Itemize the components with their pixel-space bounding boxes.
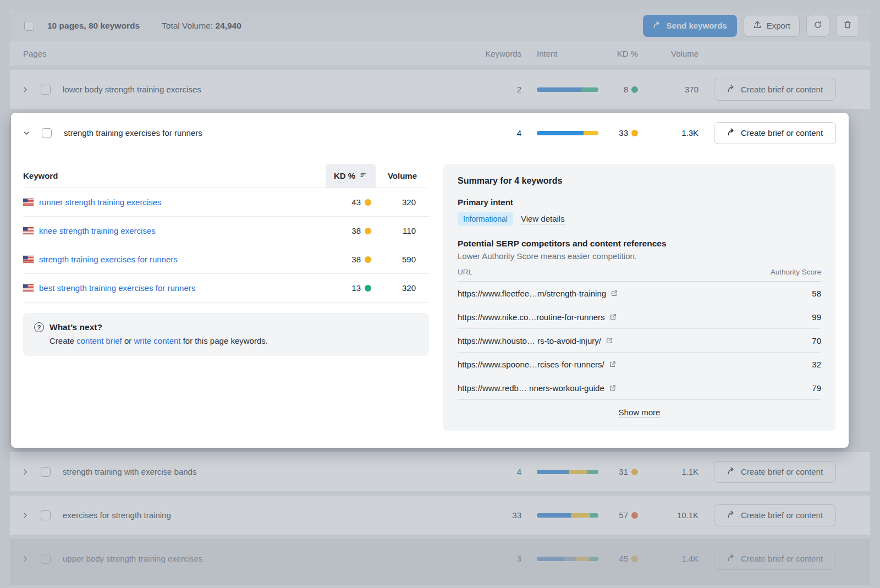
table-row: upper body strength training exercises 3… bbox=[10, 539, 870, 578]
serp-competitors-subtitle: Lower Authority Score means easier compe… bbox=[458, 251, 821, 261]
kd-value: 38 bbox=[351, 255, 361, 264]
show-more-link[interactable]: Show more bbox=[619, 408, 661, 418]
row-checkbox[interactable] bbox=[41, 510, 51, 520]
competitor-url: https://www.spoone…rcises-for-runners/ bbox=[458, 360, 604, 369]
table-row: exercises for strength training 33 57 10… bbox=[10, 496, 870, 535]
export-button[interactable]: Export bbox=[744, 15, 800, 37]
page-title: exercises for strength training bbox=[63, 510, 483, 520]
send-arrow-icon bbox=[727, 84, 736, 95]
summary-panel: Summary for 4 keywords Primary intent In… bbox=[443, 164, 835, 431]
page-row-strip: upper body strength training exercises 3… bbox=[10, 539, 870, 585]
volume-value: 1.1K bbox=[638, 467, 698, 476]
competitor-url: https://www.redb… nners-workout-guide bbox=[458, 383, 604, 393]
keyword-link[interactable]: knee strength training exercises bbox=[39, 226, 156, 235]
chevron-down-icon[interactable] bbox=[22, 129, 34, 138]
keyword-link[interactable]: best strength training exercises for run… bbox=[39, 283, 195, 293]
sort-icon bbox=[360, 171, 367, 180]
volume-value: 110 bbox=[376, 226, 429, 235]
kd-dot bbox=[631, 469, 638, 475]
authority-score: 99 bbox=[812, 312, 821, 322]
keywords-count: 2 bbox=[483, 85, 521, 94]
external-link-icon[interactable] bbox=[609, 314, 617, 321]
create-brief-button[interactable]: Create brief or content bbox=[714, 548, 836, 570]
competitor-row: https://www.fleetfee…m/strength-training… bbox=[458, 282, 821, 305]
volume-value: 370 bbox=[638, 85, 698, 94]
intent-bar bbox=[537, 513, 598, 518]
export-icon bbox=[753, 20, 762, 31]
col-kd: KD % bbox=[598, 49, 638, 58]
chevron-right-icon[interactable] bbox=[21, 554, 33, 563]
content-brief-link[interactable]: content brief bbox=[76, 336, 122, 345]
top-section: 10 pages, 80 keywords Total Volume: 24,9… bbox=[10, 10, 870, 65]
keyword-row: strength training exercises for runners … bbox=[23, 245, 429, 274]
write-content-link[interactable]: write content bbox=[134, 336, 180, 345]
external-link-icon[interactable] bbox=[606, 337, 613, 344]
table-row: lower body strength training exercises 2… bbox=[10, 70, 870, 109]
chevron-right-icon[interactable] bbox=[21, 85, 33, 94]
keywords-count: 4 bbox=[483, 128, 521, 138]
send-arrow-icon bbox=[727, 466, 736, 477]
row-checkbox[interactable] bbox=[41, 554, 51, 564]
create-brief-button[interactable]: Create brief or content bbox=[714, 504, 836, 526]
expanded-detail: Keyword KD % Volume runner strength trai… bbox=[11, 153, 849, 448]
kd-col-header-sort[interactable]: KD % bbox=[326, 164, 376, 188]
external-link-icon[interactable] bbox=[610, 290, 618, 297]
total-volume-value: 24,940 bbox=[215, 21, 241, 30]
send-keywords-button[interactable]: Send keywords bbox=[643, 15, 737, 37]
kd-dot bbox=[365, 285, 371, 292]
kd-value: 33 bbox=[619, 128, 628, 138]
kd-dot bbox=[631, 556, 638, 562]
create-brief-button[interactable]: Create brief or content bbox=[714, 79, 836, 101]
row-checkbox[interactable] bbox=[42, 128, 52, 138]
kd-value: 43 bbox=[351, 197, 361, 207]
volume-col-header: Volume bbox=[376, 164, 429, 188]
select-all-checkbox[interactable] bbox=[24, 21, 34, 31]
us-flag-icon bbox=[23, 199, 34, 206]
url-col-header: URL bbox=[458, 268, 472, 276]
keyword-row: knee strength training exercises 38 110 bbox=[23, 217, 429, 245]
keyword-link[interactable]: runner strength training exercises bbox=[39, 197, 162, 207]
create-brief-button[interactable]: Create brief or content bbox=[714, 461, 836, 483]
whats-next-text: Create content brief or write content fo… bbox=[50, 336, 418, 345]
kd-value: 45 bbox=[619, 554, 628, 563]
refresh-icon bbox=[813, 20, 822, 31]
external-link-icon[interactable] bbox=[609, 384, 616, 392]
toolbar: 10 pages, 80 keywords Total Volume: 24,9… bbox=[10, 10, 870, 41]
us-flag-icon bbox=[23, 284, 34, 292]
chevron-right-icon[interactable] bbox=[21, 511, 33, 520]
external-link-icon[interactable] bbox=[609, 361, 616, 368]
keywords-count: 3 bbox=[483, 554, 521, 563]
refresh-button[interactable] bbox=[806, 15, 829, 37]
expanded-page-card: strength training exercises for runners … bbox=[11, 113, 849, 448]
competitor-url: https://www.fleetfee…m/strength-training bbox=[458, 289, 606, 298]
kd-dot bbox=[631, 86, 638, 93]
intent-badge: Informational bbox=[458, 212, 513, 226]
page-title: upper body strength training exercises bbox=[63, 554, 483, 563]
col-pages: Pages bbox=[23, 49, 483, 58]
us-flag-icon bbox=[23, 256, 34, 263]
keywords-count: 33 bbox=[483, 510, 521, 520]
row-checkbox[interactable] bbox=[41, 467, 51, 477]
kd-value: 57 bbox=[619, 510, 628, 520]
volume-value: 590 bbox=[376, 255, 429, 264]
competitor-row: https://www.housto… rs-to-avoid-injury/ … bbox=[458, 329, 821, 353]
competitor-row: https://www.nike.co…routine-for-runners … bbox=[458, 305, 821, 329]
chevron-right-icon[interactable] bbox=[21, 468, 33, 476]
page-title: strength training with exercise bands bbox=[63, 467, 483, 476]
kd-value: 31 bbox=[619, 467, 628, 476]
kd-dot bbox=[365, 228, 371, 234]
selection-summary: 10 pages, 80 keywords bbox=[47, 21, 140, 31]
view-details-link[interactable]: View details bbox=[521, 214, 565, 224]
kd-dot bbox=[365, 256, 371, 263]
competitor-url: https://www.nike.co…routine-for-runners bbox=[458, 312, 605, 322]
row-checkbox[interactable] bbox=[41, 85, 51, 95]
page-title: lower body strength training exercises bbox=[63, 85, 483, 94]
keyword-link[interactable]: strength training exercises for runners bbox=[39, 255, 178, 264]
create-brief-button[interactable]: Create brief or content bbox=[714, 122, 836, 144]
delete-button[interactable] bbox=[836, 15, 859, 37]
col-keywords: Keywords bbox=[483, 49, 521, 58]
question-circle-icon: ? bbox=[34, 322, 44, 332]
table-row: strength training with exercise bands 4 … bbox=[10, 452, 870, 491]
page-row-strip: strength training with exercise bands 4 … bbox=[10, 452, 870, 491]
competitors-table: URL Authority Score https://www.fleetfee… bbox=[458, 268, 821, 400]
